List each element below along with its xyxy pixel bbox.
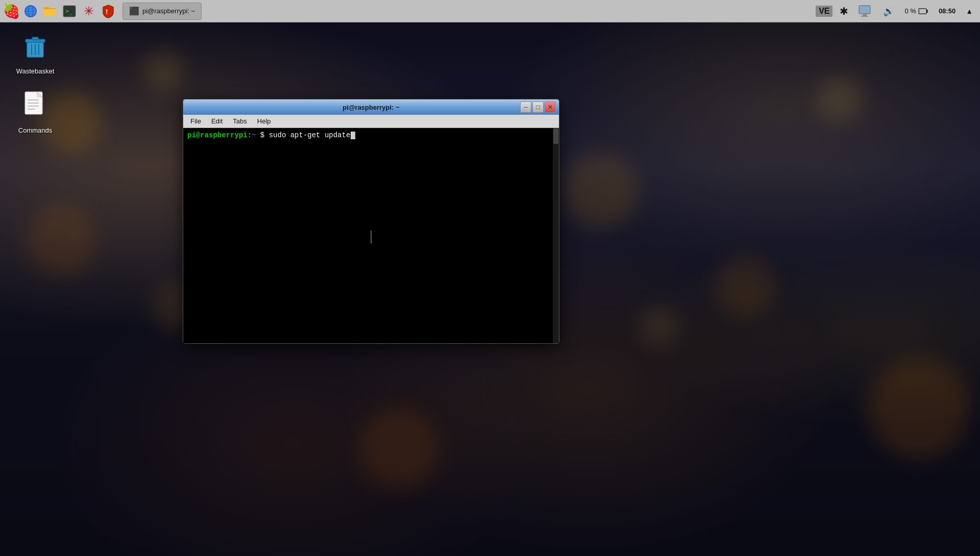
bokeh-10 <box>357 408 439 490</box>
prompt-path: ~ <box>252 131 256 139</box>
terminal-title-bar: pi@raspberrypi: ~ – □ ✕ <box>183 99 559 115</box>
text-cursor: | <box>370 228 373 244</box>
title-bar-controls: – □ ✕ <box>520 102 556 113</box>
taskbar-volume-icon[interactable]: 🔊 <box>880 5 897 18</box>
taskbar-right: VE ✱ 🔊 0 % <box>816 4 980 18</box>
svg-text:>_: >_ <box>65 8 73 15</box>
maximize-button[interactable]: □ <box>532 102 544 113</box>
taskbar-shield-icon[interactable]: ! <box>99 2 117 20</box>
svg-rect-11 <box>861 16 868 17</box>
battery-label: 0 % <box>904 7 916 15</box>
bokeh-5 <box>561 153 638 230</box>
svg-rect-14 <box>919 9 919 13</box>
menu-tabs[interactable]: Tabs <box>228 116 252 127</box>
menu-help[interactable]: Help <box>252 116 276 127</box>
prompt-colon: : <box>248 131 252 139</box>
bokeh-2 <box>143 51 184 92</box>
taskbar-ve-label[interactable]: VE <box>816 6 832 17</box>
terminal-cursor <box>351 132 355 139</box>
minimize-button[interactable]: – <box>520 102 531 113</box>
prompt-host: raspberrypi <box>200 131 247 139</box>
svg-rect-9 <box>860 6 870 13</box>
taskbar-window-button[interactable]: ⬛ pi@raspberrypi: ~ <box>122 3 202 20</box>
taskbar-folder-icon[interactable] <box>41 2 59 20</box>
prompt-user: pi <box>187 131 196 139</box>
bokeh-7 <box>715 255 776 316</box>
svg-text:!: ! <box>106 8 108 15</box>
svg-rect-13 <box>926 10 928 13</box>
bokeh-3 <box>26 204 97 275</box>
terminal-menu-bar: File Edit Tabs Help <box>183 115 559 128</box>
taskbar-bluetooth-icon[interactable]: ✱ <box>837 4 851 18</box>
bokeh-9 <box>638 306 679 347</box>
taskbar-window-label: pi@raspberrypi: ~ <box>142 7 195 15</box>
prompt-dollar: $ <box>256 131 268 139</box>
bokeh-6 <box>817 77 863 122</box>
commands-label: Commands <box>18 127 52 134</box>
taskbar-raspberry-icon[interactable]: 🍓 <box>2 2 20 20</box>
taskbar-globe-icon[interactable] <box>21 2 40 20</box>
taskbar-star-icon[interactable]: ✳ <box>80 2 98 20</box>
menu-file[interactable]: File <box>185 116 206 127</box>
commands-document-icon <box>23 91 47 123</box>
desktop-icon-wastebasket[interactable]: Wastebasket <box>12 30 58 79</box>
taskbar: 🍓 >_ ✳ <box>0 0 980 22</box>
taskbar-arrow-icon[interactable]: ▲ <box>963 6 976 16</box>
taskbar-left: 🍓 >_ ✳ <box>0 2 204 20</box>
close-button[interactable]: ✕ <box>545 102 556 113</box>
taskbar-terminal-icon[interactable]: >_ <box>60 2 79 20</box>
terminal-content[interactable]: pi @ raspberrypi : ~ $ sudo apt-get upda… <box>183 128 559 343</box>
terminal-prompt-line: pi @ raspberrypi : ~ $ sudo apt-get upda… <box>187 131 555 139</box>
menu-edit[interactable]: Edit <box>206 116 228 127</box>
bokeh-8 <box>868 357 970 459</box>
terminal-title: pi@raspberrypi: ~ <box>342 104 399 111</box>
wastebasket-icon <box>22 34 48 64</box>
taskbar-window-icon: ⬛ <box>129 6 139 16</box>
scrollbar-thumb[interactable] <box>553 129 558 144</box>
desktop-icon-commands[interactable]: Commands <box>12 87 58 138</box>
taskbar-battery[interactable]: 0 % <box>901 6 931 16</box>
terminal-command: sudo apt-get update <box>269 131 351 139</box>
wastebasket-label: Wastebasket <box>16 67 55 75</box>
terminal-window: pi@raspberrypi: ~ – □ ✕ File Edit Tabs H… <box>183 99 559 344</box>
taskbar-time: 08:50 <box>936 6 959 16</box>
prompt-at: @ <box>196 131 200 139</box>
taskbar-display-icon[interactable] <box>855 4 876 18</box>
terminal-scrollbar[interactable] <box>553 128 559 343</box>
svg-rect-20 <box>32 37 38 40</box>
